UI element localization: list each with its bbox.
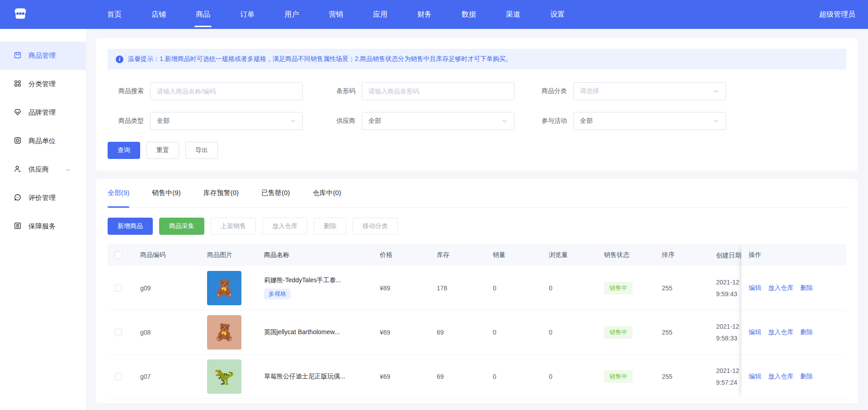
chevron-down-icon — [290, 118, 296, 124]
field-supplier: 供应商 全部 — [319, 112, 514, 130]
top-nav-menu: 首页 店铺 商品 订单 用户 营销 应用 财务 数据 渠道 设置 — [92, 0, 580, 29]
goods-image[interactable]: 🧸 — [207, 315, 241, 349]
info-icon: i — [116, 56, 123, 63]
delete-link[interactable]: 删除 — [800, 373, 813, 381]
move-to-warehouse-link[interactable]: 放入仓库 — [768, 373, 793, 381]
nav-item-home[interactable]: 首页 — [92, 0, 137, 29]
nav-item-channels[interactable]: 渠道 — [491, 0, 535, 29]
grid-icon — [14, 79, 28, 89]
tab-on-sale[interactable]: 销售中(9) — [152, 179, 180, 207]
current-user[interactable]: 超级管理员 — [819, 10, 855, 19]
header-price: 价格 — [380, 251, 437, 259]
table-toolbar: 新增商品 商品采集 上架销售 放入仓库 删除 移动分类 — [108, 218, 846, 235]
sidebar-item-goods-manage[interactable]: 商品管理 — [0, 42, 86, 70]
edit-link[interactable]: 编辑 — [749, 284, 761, 292]
put-on-sale-button[interactable]: 上架销售 — [211, 218, 256, 235]
nav-item-store[interactable]: 店铺 — [137, 0, 181, 29]
nav-item-orders[interactable]: 订单 — [225, 0, 269, 29]
nav-item-data[interactable]: 数据 — [447, 0, 491, 29]
nav-item-apps[interactable]: 应用 — [358, 0, 402, 29]
select-value: 全部 — [580, 117, 593, 125]
goods-type-select[interactable]: 全部 — [150, 112, 303, 130]
sidebar-item-label: 保障服务 — [28, 222, 56, 231]
header-stock: 库存 — [437, 251, 493, 259]
reset-button[interactable]: 重置 — [146, 142, 179, 159]
delete-link[interactable]: 删除 — [800, 284, 813, 292]
field-label: 条形码 — [319, 87, 355, 95]
select-all-checkbox[interactable] — [115, 252, 122, 259]
move-to-warehouse-button[interactable]: 放入仓库 — [262, 218, 307, 235]
row-operations: 编辑 放入仓库 删除 — [741, 354, 846, 399]
delete-button[interactable]: 删除 — [314, 218, 346, 235]
goods-image-emoji: 🦖 — [214, 367, 235, 386]
header-views: 浏览量 — [549, 251, 604, 259]
goods-category-select[interactable]: 请选择 — [573, 82, 726, 100]
move-to-warehouse-link[interactable]: 放入仓库 — [768, 328, 793, 336]
tip-banner: i 温馨提示：1.新增商品时可选统一规格或者多规格，满足商品不同销售属性场景；2… — [108, 49, 846, 70]
goods-image[interactable]: 🦖 — [207, 359, 241, 394]
person-icon — [14, 165, 28, 174]
status-badge: 销售中 — [604, 282, 632, 294]
barcode-input[interactable] — [362, 82, 514, 100]
header-status: 销售状态 — [604, 251, 662, 259]
nav-item-finance[interactable]: 财务 — [402, 0, 447, 29]
search-button[interactable]: 查询 — [108, 142, 140, 159]
header-code: 商品编码 — [140, 251, 207, 259]
goods-sales: 0 — [493, 284, 549, 292]
move-to-warehouse-link[interactable]: 放入仓库 — [768, 284, 793, 292]
nav-item-marketing[interactable]: 营销 — [314, 0, 358, 29]
collect-goods-button[interactable]: 商品采集 — [159, 218, 204, 235]
sidebar-item-label: 商品管理 — [28, 51, 56, 60]
tip-text: 温馨提示：1.新增商品时可选统一规格或者多规格，满足商品不同销售属性场景；2.商… — [128, 55, 512, 63]
filter-form: 商品搜索 条形码 商品分类 请选择 — [108, 82, 846, 159]
edit-link[interactable]: 编辑 — [749, 373, 761, 381]
tab-in-warehouse[interactable]: 仓库中(0) — [312, 179, 341, 207]
tab-all[interactable]: 全部(9) — [108, 179, 129, 207]
activity-select[interactable]: 全部 — [573, 112, 726, 130]
sidebar-item-label: 分类管理 — [28, 80, 56, 89]
field-label: 参与活动 — [531, 117, 567, 125]
nav-item-users[interactable]: 用户 — [269, 0, 314, 29]
tab-sold-out[interactable]: 已售罄(0) — [261, 179, 290, 207]
goods-image-emoji: 🧸 — [214, 323, 235, 342]
row-checkbox[interactable] — [115, 329, 122, 336]
goods-code: g07 — [140, 373, 207, 380]
goods-list-card: 全部(9) 销售中(9) 库存预警(0) 已售罄(0) 仓库中(0) 新增商品 … — [96, 179, 858, 403]
sidebar-item-category-manage[interactable]: 分类管理 — [0, 70, 86, 98]
table-header-row: 商品编码 商品图片 商品名称 价格 库存 销量 浏览量 销售状态 排序 创建日期 — [108, 244, 846, 266]
app-logo[interactable] — [11, 5, 30, 24]
nav-item-settings[interactable]: 设置 — [535, 0, 580, 29]
goods-views: 0 — [549, 373, 604, 380]
sidebar-item-guarantee-service[interactable]: 保障服务 — [0, 212, 86, 241]
sidebar-item-goods-unit[interactable]: 商品单位 — [0, 127, 86, 155]
header-sales: 销量 — [493, 251, 549, 259]
goods-views: 0 — [549, 284, 604, 292]
sidebar-item-review-manage[interactable]: 评价管理 — [0, 184, 86, 212]
sidebar-item-supplier[interactable]: 供应商 — [0, 155, 86, 184]
fixed-operations-column: 操作 编辑 放入仓库 删除 编辑 放入仓库 删除 编辑 放入仓库 删除 — [741, 244, 846, 399]
storefront-icon — [12, 5, 29, 24]
row-checkbox[interactable] — [115, 284, 122, 292]
goods-price: ¥69 — [380, 329, 437, 336]
goods-image[interactable]: 🧸 — [207, 271, 241, 305]
nav-item-goods[interactable]: 商品 — [181, 0, 225, 29]
delete-link[interactable]: 删除 — [800, 328, 813, 336]
goods-stock: 69 — [437, 329, 493, 336]
supplier-select[interactable]: 全部 — [362, 112, 514, 130]
row-checkbox[interactable] — [115, 373, 122, 380]
field-goods-type: 商品类型 全部 — [108, 112, 303, 130]
move-category-button[interactable]: 移动分类 — [353, 218, 398, 235]
goods-price: ¥89 — [380, 284, 437, 292]
sidebar-item-brand-manage[interactable]: 品牌管理 — [0, 98, 86, 127]
field-label: 商品类型 — [108, 117, 144, 125]
chevron-down-icon — [501, 118, 508, 124]
goods-stock: 69 — [437, 373, 493, 380]
goods-search-input[interactable] — [150, 82, 303, 100]
tab-stock-warning[interactable]: 库存预警(0) — [203, 179, 239, 207]
export-button[interactable]: 导出 — [185, 142, 218, 159]
select-value: 全部 — [157, 117, 170, 125]
add-goods-button[interactable]: 新增商品 — [108, 218, 153, 235]
comment-icon — [14, 193, 28, 203]
edit-link[interactable]: 编辑 — [749, 328, 761, 336]
main-content: i 温馨提示：1.新增商品时可选统一规格或者多规格，满足商品不同销售属性场景；2… — [86, 29, 868, 410]
